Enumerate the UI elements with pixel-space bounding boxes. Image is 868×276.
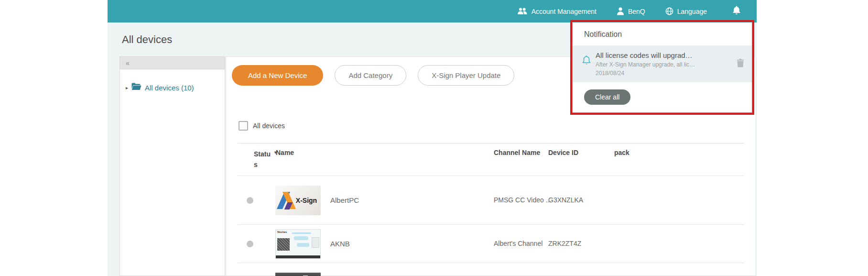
notification-item-date: 2018/08/24	[596, 70, 719, 77]
device-name: AKNB	[330, 240, 350, 248]
thumbnail-text: Stories	[277, 231, 287, 233]
user-icon	[617, 7, 624, 15]
sidebar-item-label: All devices (10)	[145, 84, 194, 92]
notification-highlight-frame: Notification All license codes will upgr…	[570, 20, 754, 115]
x-sign-logo-icon	[279, 192, 293, 209]
top-header-bar: Account Management BenQ Language	[108, 0, 757, 22]
column-header-status: Status	[254, 149, 273, 170]
device-thumbnail	[275, 273, 321, 276]
users-icon	[517, 8, 528, 15]
device-id: ZRK2ZT4Z	[548, 240, 581, 247]
nav-user-benq[interactable]: BenQ	[617, 7, 645, 15]
sidebar-item-all-devices[interactable]: ▸ All devices (10)	[120, 69, 225, 92]
table-row[interactable]: Stories AKNB Albert's Channel ZRK2ZT4Z	[238, 225, 744, 263]
sidebar-body: ▸ All devices (10)	[119, 69, 225, 276]
folder-icon	[131, 83, 141, 92]
select-all-checkbox[interactable]	[239, 121, 248, 131]
device-channel: Albert's Channel	[494, 240, 542, 247]
globe-icon	[665, 7, 673, 15]
player-update-button[interactable]: X-Sign Player Update	[418, 65, 514, 86]
divider	[238, 143, 744, 144]
page-title: All devices	[122, 33, 172, 46]
add-category-button[interactable]: Add Category	[335, 65, 406, 86]
notification-bell-button[interactable]	[733, 6, 740, 17]
table-row[interactable]: X-Sign AlbertPC PMSG CC Video ... G3XNZL…	[238, 176, 744, 225]
device-thumbnail: Stories	[275, 229, 321, 259]
notification-item-title: All license codes will upgrad…	[596, 51, 719, 59]
device-name: AlbertPC	[330, 196, 359, 204]
device-channel: PMSG CC Video ...	[494, 196, 551, 204]
add-new-device-button[interactable]: Add a New Device	[232, 65, 323, 86]
nav-account-management[interactable]: Account Management	[517, 8, 597, 15]
notification-panel: Notification All license codes will upgr…	[572, 22, 752, 113]
device-thumbnail: X-Sign	[275, 186, 321, 215]
sidebar-collapse-button[interactable]: «	[126, 60, 130, 66]
table-row[interactable]	[238, 263, 744, 276]
nav-language[interactable]: Language	[665, 7, 707, 15]
nav-user-label: BenQ	[628, 8, 645, 15]
expand-caret-icon[interactable]: ▸	[126, 85, 128, 90]
column-header-pack: pack	[614, 149, 629, 156]
delete-notification-trash-icon[interactable]	[737, 58, 744, 69]
notification-panel-title: Notification	[573, 22, 752, 45]
sidebar-top-bar: «	[119, 56, 225, 69]
select-all-row: All devices	[239, 121, 285, 131]
clear-all-button[interactable]: Clear all	[584, 89, 630, 105]
notification-item[interactable]: All license codes will upgrad… After X-S…	[573, 45, 752, 82]
app-page: Account Management BenQ Language All dev…	[0, 0, 868, 276]
select-all-label: All devices	[253, 122, 285, 130]
x-sign-logo-text: X-Sign	[296, 197, 317, 204]
notification-item-body: After X-Sign Manager upgrade, all lic…	[596, 61, 719, 68]
column-header-channel: Channel Name	[494, 149, 540, 156]
nav-language-label: Language	[677, 8, 707, 15]
status-dot-icon	[247, 197, 253, 204]
device-id: G3XNZLKA	[548, 196, 583, 204]
column-header-name: Name	[276, 149, 294, 156]
device-tree-sidebar: « ▸ All devices (10)	[119, 56, 225, 276]
status-dot-icon	[247, 241, 253, 247]
notification-item-texts: All license codes will upgrad… After X-S…	[596, 51, 719, 77]
bell-icon	[733, 8, 740, 16]
notification-bell-outline-icon	[582, 55, 591, 67]
column-header-device-id: Device ID	[548, 149, 578, 156]
nav-account-management-label: Account Management	[532, 8, 597, 15]
toolbar: Add a New Device Add Category X-Sign Pla…	[232, 65, 514, 86]
